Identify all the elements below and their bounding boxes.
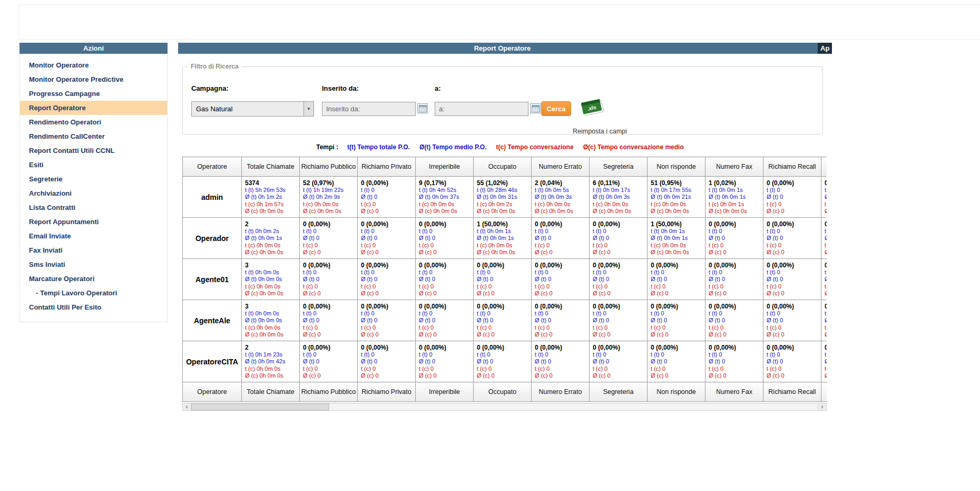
- sidebar-item-archiviazioni[interactable]: Archiviazioni: [20, 186, 167, 200]
- scrollbar-track[interactable]: [191, 403, 818, 410]
- cell-value: 0 (0,00%): [767, 303, 818, 310]
- cell-tempo-conversazione: t (c) 0: [767, 365, 818, 373]
- report-table-container: OperatoreTotale ChiamateRichiamo Pubblic…: [182, 157, 827, 402]
- cell-tempo-conversazione: t (c) 0: [825, 242, 827, 249]
- column-header-3: Richiamo Privato: [358, 157, 416, 177]
- cell-value: 1 (50,00%): [477, 220, 528, 228]
- filter-legend: Filtro di Ricerca: [188, 63, 241, 70]
- tempi-legend-items: t(t) Tempo totale P.O.Ø(t) Tempo medio P…: [342, 143, 689, 151]
- sidebar-item-label: Progresso Campagne: [29, 90, 100, 98]
- cell-value: 0 (0,00%): [825, 220, 827, 228]
- stat-cell: 0 (0,00%)t (t) 0Ø (t) 0t (c) 0Ø (c) 0: [532, 259, 590, 300]
- cell-tempo-conversazione: t (c) 0h 0m 0s: [303, 201, 354, 208]
- cell-tempo-medio: Ø (t) 0: [651, 317, 702, 324]
- cell-tempo-conversazione-medio: Ø (c) 0h 0m 0s: [419, 208, 470, 215]
- cell-tempo-conversazione-medio: Ø (c) 0: [361, 208, 412, 215]
- cell-value: 0 (0,00%): [303, 220, 354, 228]
- cell-tempo-medio: Ø (t) 0: [361, 317, 412, 324]
- cell-tempo-conversazione-medio: Ø (c) 0h 0m 0s: [709, 208, 760, 215]
- top-header-area: [18, 4, 980, 40]
- cell-value: 0 (0,00%): [767, 344, 818, 351]
- sidebar-item-sms-inviati[interactable]: Sms Inviati: [20, 257, 167, 272]
- calendar-icon[interactable]: [530, 103, 541, 113]
- cell-tempo-medio: Ø (t) 0h 0m 21s: [651, 194, 702, 201]
- sidebar-item-lista-contratti[interactable]: Lista Contratti: [20, 200, 167, 215]
- inserito-da-input[interactable]: [322, 102, 416, 116]
- cell-tempo-medio: Ø (t) 0: [767, 358, 818, 365]
- sidebar-item-rendimento-callcenter[interactable]: Rendimento CallCenter: [20, 129, 167, 143]
- sidebar-item-marcature-operatori[interactable]: Marcature Operatori: [20, 272, 167, 286]
- stat-cell: 0 (0,00%)t (t) 0Ø (t) 0t (c) 0Ø (c) 0: [358, 341, 416, 382]
- cell-tempo-medio: Ø (t) 0h 0m 42s: [245, 358, 296, 365]
- calendar-icon[interactable]: [417, 103, 428, 113]
- cell-tempo-conversazione-medio: Ø (c) 0: [535, 372, 586, 380]
- sidebar-nav: Monitor OperatoreMonitor Operatore Predi…: [19, 54, 168, 322]
- cell-tempo-conversazione-medio: Ø (c) 0: [419, 249, 470, 256]
- corner-tab[interactable]: Ap: [818, 43, 832, 54]
- cell-tempo-conversazione: t (c) 0: [651, 283, 702, 291]
- sidebar-item-tempi-lavoro-operatori[interactable]: - Tempi Lavoro Operatori: [20, 286, 167, 300]
- stat-cell: 0 (0,00%)t (t) 0Ø (t) 0t (c) 0Ø (c) 0: [763, 218, 821, 259]
- cell-tempo-totale: t (t) 0: [825, 228, 827, 235]
- cell-tempo-conversazione: t (c) 0: [419, 324, 470, 332]
- sidebar-item-monitor-operatore-predictive[interactable]: Monitor Operatore Predictive: [20, 72, 167, 86]
- sidebar-item-label: Esiti: [29, 161, 43, 169]
- cell-tempo-conversazione-medio: Ø (c) 0: [709, 372, 760, 380]
- cell-tempo-medio: Ø (t) 0: [651, 276, 702, 283]
- campagna-select-value: Gas Natural: [192, 105, 303, 113]
- cerca-button[interactable]: Cerca: [541, 101, 571, 116]
- cell-tempo-conversazione-medio: Ø (c) 0h 0m 0s: [477, 208, 528, 215]
- cell-tempo-conversazione: t (c) 0: [709, 324, 760, 332]
- cell-value: 0 (0,00%): [361, 220, 412, 228]
- cell-tempo-conversazione: t (c) 0: [825, 324, 827, 332]
- cell-tempo-conversazione: t (c) 0: [419, 365, 470, 373]
- horizontal-scrollbar[interactable]: ‹ ›: [182, 403, 827, 411]
- cell-tempo-conversazione: t (c) 0: [535, 242, 586, 249]
- sidebar-item-monitor-operatore[interactable]: Monitor Operatore: [20, 58, 167, 72]
- cell-tempo-conversazione-medio: Ø (c) 0: [419, 290, 470, 297]
- sidebar-item-label: Report Operatore: [29, 104, 86, 112]
- cell-tempo-medio: Ø (t) 0: [593, 276, 644, 283]
- sidebar-item-report-contatti-utili-ccnl[interactable]: Report Contatti Utili CCNL: [20, 143, 167, 158]
- scroll-left-button[interactable]: ‹: [183, 403, 191, 410]
- campagna-label: Campagna:: [191, 84, 229, 92]
- cell-tempo-medio: Ø (t) 0: [477, 358, 528, 365]
- cell-tempo-totale: t (t) 0: [651, 310, 702, 317]
- sidebar-item-email-inviate[interactable]: Email Inviate: [20, 229, 167, 243]
- sidebar-item-contatti-utili-per-esito[interactable]: Contatti Utili Per Esito: [20, 300, 167, 314]
- cell-tempo-medio: Ø (t) 0: [825, 194, 827, 201]
- sidebar-item-fax-inviati[interactable]: Fax Inviati: [20, 243, 167, 257]
- cell-tempo-totale: t (t) 0: [593, 351, 644, 359]
- cell-value: 0 (0,00%): [477, 303, 528, 310]
- reimposta-link[interactable]: Reimposta i campi: [573, 128, 627, 135]
- cell-tempo-conversazione-medio: Ø (c) 0: [303, 249, 354, 256]
- excel-export-icon[interactable]: .xls: [579, 98, 605, 118]
- sidebar-item-label: Monitor Operatore Predictive: [29, 75, 123, 83]
- stat-cell-partial: 0 (0,00%)t (t) 0Ø (t) 0t (c) 0Ø (c) 0: [821, 177, 827, 218]
- scroll-right-button[interactable]: ›: [818, 403, 826, 410]
- sidebar-item-report-operatore[interactable]: Report Operatore: [20, 101, 167, 115]
- scrollbar-thumb[interactable]: [191, 403, 329, 410]
- cell-value: 0 (0,00%): [303, 262, 354, 269]
- sidebar-item-label: Report Appuntamenti: [29, 218, 99, 226]
- column-footer-7: Segreteria: [590, 382, 648, 402]
- cell-tempo-conversazione-medio: Ø (c) 0h 0m 0s: [651, 208, 702, 215]
- report-table: OperatoreTotale ChiamateRichiamo Pubblic…: [182, 157, 827, 402]
- sidebar-item-segreterie[interactable]: Segreterie: [20, 172, 167, 186]
- cell-tempo-medio: Ø (t) 0h 0m 31s: [477, 194, 528, 201]
- cell-tempo-medio: Ø (t) 0h 0m 0s: [245, 276, 296, 283]
- sidebar-title: Azioni: [19, 43, 168, 54]
- stat-cell: 0 (0,00%)t (t) 0Ø (t) 0t (c) 0Ø (c) 0: [358, 259, 416, 300]
- cell-tempo-medio: Ø (t) 0: [709, 235, 760, 242]
- stat-cell: 0 (0,00%)t (t) 0Ø (t) 0t (c) 0Ø (c) 0: [763, 300, 821, 341]
- cell-tempo-totale: t (t) 0: [361, 187, 412, 194]
- sidebar-item-rendimento-operatori[interactable]: Rendimento Operatori: [20, 115, 167, 129]
- cell-tempo-totale: t (t) 0: [767, 310, 818, 317]
- sidebar-item-progresso-campagne[interactable]: Progresso Campagne: [20, 86, 167, 101]
- sidebar-item-esiti[interactable]: Esiti: [20, 158, 167, 172]
- a-input[interactable]: [435, 102, 528, 116]
- sidebar-item-report-appuntamenti[interactable]: Report Appuntamenti: [20, 215, 167, 229]
- a-label: a:: [435, 84, 441, 92]
- stat-cell: 0 (0,00%)t (t) 0Ø (t) 0t (c) 0Ø (c) 0: [358, 177, 416, 218]
- campagna-select[interactable]: Gas Natural ▼: [191, 101, 314, 117]
